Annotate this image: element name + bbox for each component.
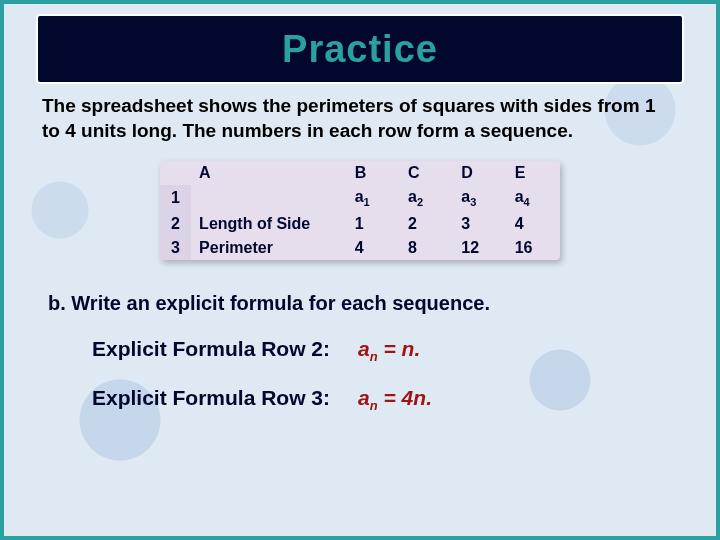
cell: a4 — [507, 185, 560, 211]
table-row: 2 Length of Side 1 2 3 4 — [160, 212, 560, 236]
cell: 2 — [400, 212, 453, 236]
page-title: Practice — [282, 28, 438, 71]
cell: Perimeter — [191, 236, 347, 260]
cell: 16 — [507, 236, 560, 260]
formula-label: Explicit Formula Row 2: — [92, 337, 330, 361]
cell — [191, 185, 347, 211]
cell: a2 — [400, 185, 453, 211]
table-row: 3 Perimeter 4 8 12 16 — [160, 236, 560, 260]
intro-text: The spreadsheet shows the perimeters of … — [42, 94, 678, 143]
col-header: B — [347, 161, 400, 185]
title-banner: Practice — [36, 14, 684, 84]
table-row: A B C D E — [160, 161, 560, 185]
row-index: 2 — [160, 212, 191, 236]
col-header: C — [400, 161, 453, 185]
cell: 12 — [453, 236, 506, 260]
row-index: 3 — [160, 236, 191, 260]
col-header: E — [507, 161, 560, 185]
cell: 1 — [347, 212, 400, 236]
spreadsheet-table: A B C D E 1 a1 a2 a3 a4 2 Length of Side… — [160, 161, 560, 259]
formula-label: Explicit Formula Row 3: — [92, 386, 330, 410]
formula-expr: an = 4n. — [358, 386, 432, 413]
formula-row-3: Explicit Formula Row 3: an = 4n. — [92, 386, 716, 413]
cell: 4 — [507, 212, 560, 236]
cell: 8 — [400, 236, 453, 260]
cell: 3 — [453, 212, 506, 236]
table-row: 1 a1 a2 a3 a4 — [160, 185, 560, 211]
corner-cell — [160, 161, 191, 185]
cell: 4 — [347, 236, 400, 260]
row-index: 1 — [160, 185, 191, 211]
formula-expr: an = n. — [358, 337, 420, 364]
cell: Length of Side — [191, 212, 347, 236]
cell: a3 — [453, 185, 506, 211]
col-header: D — [453, 161, 506, 185]
formula-row-2: Explicit Formula Row 2: an = n. — [92, 337, 716, 364]
cell: a1 — [347, 185, 400, 211]
question-text: b. Write an explicit formula for each se… — [48, 292, 716, 315]
col-header: A — [191, 161, 347, 185]
